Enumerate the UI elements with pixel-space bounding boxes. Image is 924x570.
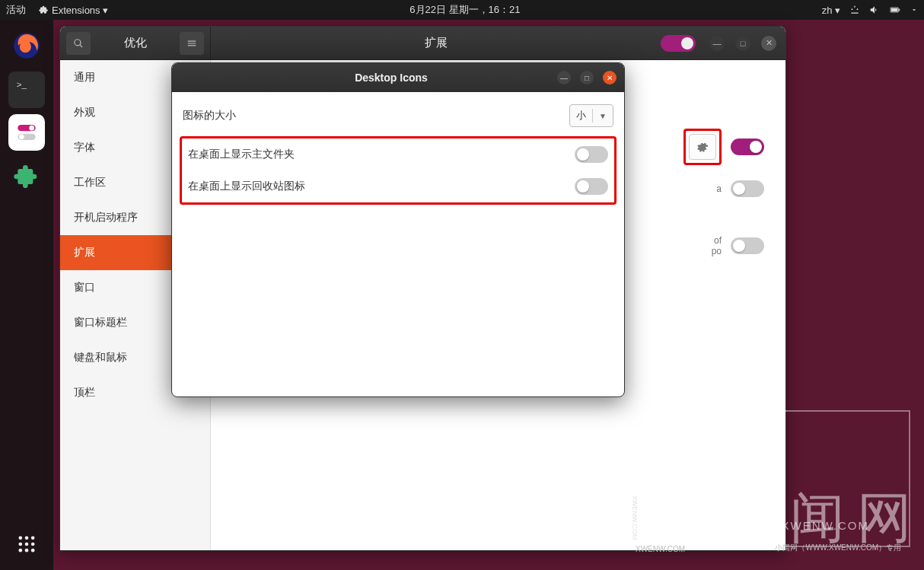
highlight-gear bbox=[683, 129, 722, 165]
watermark-footer-right: 小闻网（WWW.XWENW.COM）专用 bbox=[775, 543, 901, 553]
apps-grid-icon bbox=[16, 533, 37, 555]
search-icon bbox=[73, 38, 84, 49]
battery-icon[interactable] bbox=[889, 5, 901, 15]
maximize-button[interactable]: □ bbox=[735, 36, 750, 51]
icon-size-dropdown[interactable]: 小 ▼ bbox=[569, 104, 613, 127]
watermark-sub: XWENW.COM bbox=[782, 519, 870, 532]
dialog-close[interactable]: ✕ bbox=[603, 71, 617, 84]
gear-icon bbox=[696, 141, 709, 153]
dialog-title: Desktop Icons bbox=[225, 72, 557, 84]
extension-desc-3: ofpo bbox=[712, 235, 722, 256]
menu-icon bbox=[186, 38, 197, 49]
svg-rect-0 bbox=[891, 8, 897, 11]
dropdown-value: 小 bbox=[576, 109, 586, 123]
svg-point-8 bbox=[25, 537, 29, 540]
show-trash-label: 在桌面上显示回收站图标 bbox=[188, 180, 575, 193]
dialog-minimize[interactable]: — bbox=[557, 71, 571, 84]
sidebar-title: 优化 bbox=[91, 36, 180, 50]
extension-settings-button[interactable] bbox=[689, 134, 716, 160]
extension-desc: a bbox=[716, 183, 722, 194]
puzzle-piece-icon bbox=[11, 161, 42, 192]
extensions-master-toggle[interactable] bbox=[661, 35, 696, 52]
dialog-maximize[interactable]: □ bbox=[580, 71, 594, 84]
dock-extensions[interactable] bbox=[7, 157, 46, 196]
hamburger-menu[interactable] bbox=[180, 32, 204, 55]
show-home-row: 在桌面上显示主文件夹 bbox=[182, 139, 614, 170]
dock-firefox[interactable] bbox=[7, 26, 46, 65]
svg-point-6 bbox=[19, 135, 24, 140]
icon-size-label: 图标的大小 bbox=[183, 109, 569, 123]
highlight-toggles: 在桌面上显示主文件夹 在桌面上显示回收站图标 bbox=[180, 136, 617, 205]
firefox-icon bbox=[11, 30, 42, 61]
extension-toggle[interactable] bbox=[731, 139, 764, 155]
top-panel: 活动 Extensions ▾ 6月22日 星期一，16：21 zh ▾ bbox=[0, 0, 924, 20]
network-icon[interactable] bbox=[849, 5, 860, 15]
extension-toggle-3[interactable] bbox=[731, 237, 764, 254]
chevron-down-icon: ▼ bbox=[599, 112, 607, 120]
clock[interactable]: 6月22日 星期一，16：21 bbox=[108, 3, 821, 17]
window-title: 扩展 bbox=[211, 36, 661, 50]
show-home-toggle[interactable] bbox=[575, 146, 608, 163]
close-button[interactable]: ✕ bbox=[761, 36, 776, 51]
watermark-footer-left: XWENW.COM bbox=[636, 545, 685, 553]
desktop-icons-dialog: Desktop Icons — □ ✕ 图标的大小 小 ▼ 在桌面上显示主文件夹… bbox=[171, 62, 625, 397]
tweaks-headerbar: 优化 扩展 — □ ✕ bbox=[60, 27, 785, 60]
dock-show-apps[interactable] bbox=[7, 524, 46, 564]
svg-point-10 bbox=[19, 543, 23, 546]
show-trash-row: 在桌面上显示回收站图标 bbox=[182, 170, 614, 202]
puzzle-icon bbox=[38, 5, 49, 15]
search-button[interactable] bbox=[66, 32, 91, 55]
activities-button[interactable]: 活动 bbox=[6, 3, 26, 17]
appmenu-label: Extensions ▾ bbox=[52, 5, 108, 16]
show-trash-toggle[interactable] bbox=[575, 178, 608, 195]
appmenu-extensions[interactable]: Extensions ▾ bbox=[38, 5, 108, 16]
volume-icon[interactable] bbox=[869, 5, 880, 15]
chevron-down-icon[interactable] bbox=[910, 6, 918, 14]
svg-point-14 bbox=[25, 549, 29, 552]
switches-icon bbox=[11, 117, 42, 148]
minimize-button[interactable]: — bbox=[709, 36, 725, 51]
svg-point-15 bbox=[31, 549, 35, 552]
svg-point-12 bbox=[31, 543, 35, 546]
input-source[interactable]: zh ▾ bbox=[822, 5, 840, 16]
show-home-label: 在桌面上显示主文件夹 bbox=[188, 148, 575, 161]
terminal-icon: >_ bbox=[11, 75, 42, 105]
icon-size-row: 图标的大小 小 ▼ bbox=[180, 98, 617, 133]
dock-terminal[interactable]: >_ bbox=[8, 72, 45, 108]
dock-tweaks[interactable] bbox=[8, 114, 45, 151]
dock: >_ bbox=[0, 20, 53, 570]
svg-text:>_: >_ bbox=[17, 79, 27, 89]
dialog-headerbar: Desktop Icons — □ ✕ bbox=[172, 63, 624, 92]
svg-point-11 bbox=[25, 543, 29, 546]
watermark-vertical: XWENW.COM bbox=[631, 495, 639, 540]
svg-point-4 bbox=[29, 126, 34, 131]
svg-point-9 bbox=[31, 537, 35, 540]
svg-point-7 bbox=[19, 537, 23, 540]
svg-point-13 bbox=[19, 549, 23, 552]
extension-toggle-2[interactable] bbox=[731, 180, 764, 197]
